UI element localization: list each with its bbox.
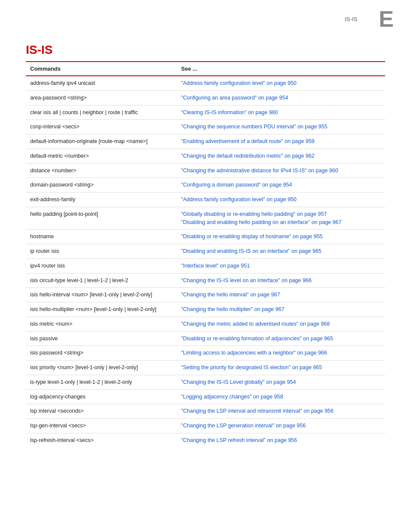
see-link[interactable]: "Address family configuration level" on … [181,80,296,86]
table-row: isis hello-interval <num> [level-1-only … [26,288,385,302]
table-row: isis passive"Disabling or re-enabling fo… [26,331,385,346]
see-cell: "Disabling or re-enabling display of hos… [177,230,385,244]
header-letter: E [379,8,394,30]
see-cell: "Enabling advertisement of a default rou… [177,134,385,149]
see-link[interactable]: "Changing the IS-IS level on an interfac… [181,277,311,283]
see-cell: "Limiting access to adjacencies with a n… [177,346,385,361]
see-cell: "Changing the sequence numbers PDU inter… [177,120,385,134]
see-link[interactable]: "Enabling advertisement of a default rou… [181,138,314,144]
table-row: address-family ipv4 unicast"Address fami… [26,76,385,90]
table-row: hello padding [point-to-point]"Globally … [26,207,385,230]
see-link[interactable]: "Setting the priority for designated IS … [181,364,322,370]
cmd-cell: lsp-refresh-interval <secs> [26,433,177,447]
cmd-cell: lsp-gen-interval <secs> [26,419,177,433]
see-link[interactable]: "Logging adjacency changes" on page 958 [181,394,283,400]
table-row: default-information-originate [route-map… [26,134,385,149]
cmd-cell: hello padding [point-to-point] [26,207,177,230]
table-row: ipv4 router isis"Interface level" on pag… [26,258,385,273]
table-row: lsp-gen-interval <secs>"Changing the LSP… [26,419,385,433]
see-cell: "Logging adjacency changes" on page 958 [177,389,385,404]
cmd-cell: isis password <string> [26,346,177,361]
see-link[interactable]: "Changing the LSP generation interval" o… [181,423,305,429]
cmd-cell: is-type level-1-only | level-1-2 | level… [26,375,177,389]
see-link[interactable]: "Changing the IS-IS Level globally" on p… [181,379,296,385]
cmd-cell: address-family ipv4 unicast [26,76,177,90]
see-link[interactable]: "Limiting access to adjacencies with a n… [181,350,327,356]
table-row: isis metric <num>"Changing the metric ad… [26,317,385,331]
see-link[interactable]: "Address family configuration level" on … [181,196,296,202]
header-section-label: IS-IS [345,16,357,22]
table-row: lsp interval <seconds>"Changing the LSP … [26,404,385,419]
see-link[interactable]: "Disabling or re-enabling formation of a… [181,336,333,342]
page-header: IS-IS E [0,0,411,34]
see-cell: "Address family configuration level" on … [177,76,385,90]
cmd-cell: isis metric <num> [26,317,177,331]
table-row: lsp-refresh-interval <secs>"Changing the… [26,433,385,447]
cmd-cell: isis circuit-type level-1 | level-1-2 | … [26,273,177,288]
see-cell: "Changing the hello multiplier" on page … [177,302,385,317]
see-link[interactable]: "Changing the default redistribution met… [181,153,314,159]
table-row: default-metric <number>"Changing the def… [26,149,385,163]
cmd-cell: csnp-interval <secs> [26,120,177,134]
table-row: domain-password <string>"Configuring a d… [26,178,385,193]
see-cell: "Disabling and enabling IS-IS on an inte… [177,244,385,259]
see-cell: "Changing the LSP generation interval" o… [177,419,385,433]
see-link[interactable]: "Disabling or re-enabling display of hos… [181,233,323,240]
see-link[interactable]: "Configuring a domain password" on page … [181,182,292,188]
table-row: area-password <string>"Configuring an ar… [26,90,385,105]
cmd-cell: lsp interval <seconds> [26,404,177,419]
see-cell: "Changing the administrative distance fo… [177,163,385,178]
see-cell: "Clearing IS-IS information" on page 980 [177,105,385,120]
see-cell: "Disabling or re-enabling formation of a… [177,331,385,346]
see-cell: "Configuring a domain password" on page … [177,178,385,193]
see-cell: "Changing the metric added to advertised… [177,317,385,331]
table-row: csnp-interval <secs>"Changing the sequen… [26,120,385,134]
see-cell: "Changing the LSP refresh interval" on p… [177,433,385,447]
cmd-cell: default-information-originate [route-map… [26,134,177,149]
cmd-cell: clear isis all | counts | neighbor | rou… [26,105,177,120]
table-row: isis password <string>"Limiting access t… [26,346,385,361]
cmd-cell: distance <number> [26,163,177,178]
see-cell: "Changing the default redistribution met… [177,149,385,163]
see-cell: "Changing the IS-IS level on an interfac… [177,273,385,288]
see-link[interactable]: "Changing the administrative distance fo… [181,168,338,174]
see-link[interactable]: "Configuring an area password" on page 9… [181,95,288,101]
cmd-cell: ipv4 router isis [26,258,177,273]
see-link[interactable]: "Changing the LSP refresh interval" on p… [181,437,297,443]
see-link[interactable]: "Clearing IS-IS information" on page 980 [181,109,278,115]
see-link[interactable]: "Changing the metric added to advertised… [181,321,330,327]
see-link[interactable]: "Globally disabling or re-enabling hello… [181,211,327,217]
see-cell: "Configuring an area password" on page 9… [177,90,385,105]
see-link[interactable]: "Disabling and enabling IS-IS on an inte… [181,248,321,254]
table-row: distance <number>"Changing the administr… [26,163,385,178]
cmd-cell: area-password <string> [26,90,177,105]
see-link[interactable]: "Disabling and enabling hello padding on… [181,219,341,225]
see-link[interactable]: "Changing the hello multiplier" on page … [181,306,284,312]
cmd-cell: domain-password <string> [26,178,177,193]
see-link[interactable]: "Interface level" on page 951 [181,263,250,269]
see-link[interactable]: "Changing the hello interval" on page 96… [181,292,280,298]
see-cell: "Address family configuration level" on … [177,193,385,207]
see-cell: "Setting the priority for designated IS … [177,361,385,375]
see-cell: "Interface level" on page 951 [177,258,385,273]
table-row: exit-address-family"Address family confi… [26,193,385,207]
see-cell: "Globally disabling or re-enabling hello… [177,207,385,230]
table-row: is-type level-1-only | level-1-2 | level… [26,375,385,389]
cmd-cell: exit-address-family [26,193,177,207]
cmd-cell: isis priority <num> [level-1-only | leve… [26,361,177,375]
cmd-cell: hostname [26,230,177,244]
col-commands: Commands [26,62,177,76]
see-cell: "Changing the hello interval" on page 96… [177,288,385,302]
cmd-cell: isis hello-multiplier <num> [level-1-onl… [26,302,177,317]
table-row: isis circuit-type level-1 | level-1-2 | … [26,273,385,288]
table-row: log-adjacency-changes"Logging adjacency … [26,389,385,404]
cmd-cell: isis passive [26,331,177,346]
page-title: IS-IS [0,34,411,61]
main-table-container: Commands See ... address-family ipv4 uni… [26,61,385,448]
cmd-cell: isis hello-interval <num> [level-1-only … [26,288,177,302]
table-row: isis hello-multiplier <num> [level-1-onl… [26,302,385,317]
table-row: clear isis all | counts | neighbor | rou… [26,105,385,120]
see-link[interactable]: "Changing the sequence numbers PDU inter… [181,124,327,130]
table-row: hostname"Disabling or re-enabling displa… [26,230,385,244]
see-link[interactable]: "Changing the LSP interval and retransmi… [181,408,333,414]
